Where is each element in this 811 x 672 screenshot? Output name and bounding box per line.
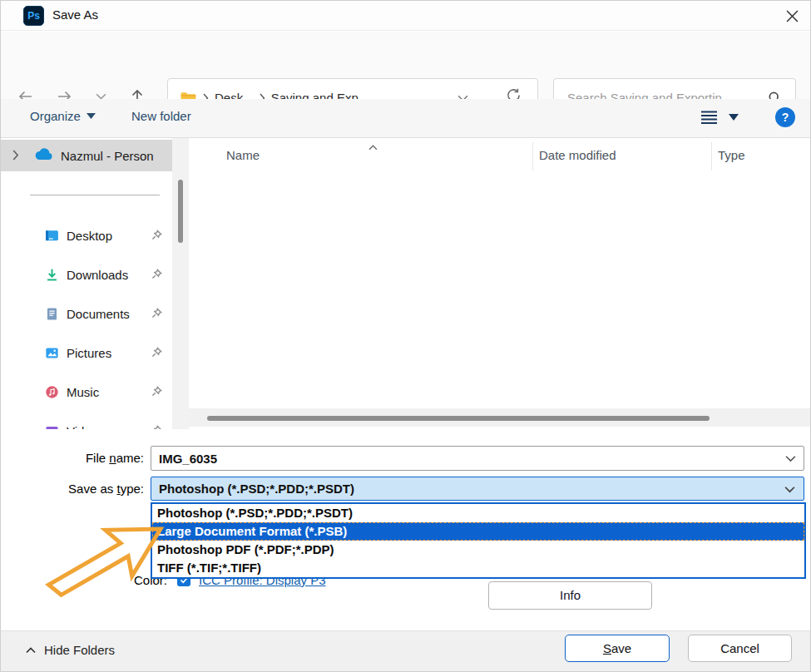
organize-button[interactable]: Organize xyxy=(30,109,96,123)
save-as-type-dropdown-list: Photoshop (*.PSD;*.PDD;*.PSDT) Large Doc… xyxy=(151,502,806,579)
sidebar-item-downloads[interactable]: Downloads xyxy=(1,261,172,288)
horizontal-scrollbar-thumb[interactable] xyxy=(207,416,710,421)
new-folder-button[interactable]: New folder xyxy=(131,109,191,123)
dropdown-option-photoshop-pdf[interactable]: Photoshop PDF (*.PDF;*.PDP) xyxy=(152,541,804,559)
new-folder-label: New folder xyxy=(131,109,191,123)
desktop-icon xyxy=(44,229,59,243)
close-icon xyxy=(786,10,799,22)
sidebar-item-label: Music xyxy=(67,385,151,399)
sidebar-item-videos[interactable]: Videos xyxy=(1,418,172,429)
navigation-bar: Desk... Saving and Exp... xyxy=(1,32,810,99)
help-button[interactable]: ? xyxy=(775,107,795,127)
sidebar-item-onedrive[interactable]: Nazmul - Person xyxy=(1,140,172,171)
pin-icon[interactable] xyxy=(151,268,162,282)
dropdown-option-tiff[interactable]: TIFF (*.TIF;*.TIFF) xyxy=(152,559,804,577)
pictures-icon xyxy=(44,346,59,360)
caret-down-icon xyxy=(87,113,96,119)
sidebar-item-label: Desktop xyxy=(67,229,151,243)
sidebar-item-label: Downloads xyxy=(67,268,151,282)
sidebar-item-pictures[interactable]: Pictures xyxy=(1,339,172,366)
title-bar: Ps Save As xyxy=(1,1,810,31)
save-as-dialog: Ps Save As Desk... xyxy=(0,0,811,672)
column-header-name[interactable]: Name xyxy=(226,148,260,162)
command-bar: Organize New folder ? xyxy=(1,99,810,138)
sidebar-item-documents[interactable]: Documents xyxy=(1,300,172,327)
sort-ascending-icon xyxy=(368,139,378,153)
file-name-input[interactable] xyxy=(151,446,804,471)
pin-icon[interactable] xyxy=(151,229,162,243)
hide-folders-label: Hide Folders xyxy=(44,643,115,657)
pin-icon[interactable] xyxy=(151,385,162,399)
main-area: Nazmul - Person Desktop Downloads xyxy=(1,138,810,429)
sidebar-item-music[interactable]: Music xyxy=(1,378,172,405)
pin-icon[interactable] xyxy=(151,307,162,321)
info-button[interactable]: Info xyxy=(488,581,652,610)
sidebar-item-label: Pictures xyxy=(67,346,151,360)
caret-down-icon xyxy=(729,114,739,121)
sidebar-item-label: Documents xyxy=(67,307,151,321)
column-separator[interactable] xyxy=(711,142,712,170)
sidebar-scrollbar[interactable] xyxy=(172,138,189,429)
sidebar-item-desktop[interactable]: Desktop xyxy=(1,222,172,249)
chevron-down-icon xyxy=(784,482,795,496)
downloads-icon xyxy=(44,268,59,282)
save-as-type-label: Save as type: xyxy=(51,482,144,496)
save-as-type-combobox[interactable]: Photoshop (*.PSD;*.PDD;*.PSDT) xyxy=(151,477,804,501)
chevron-up-icon xyxy=(26,647,36,654)
music-icon xyxy=(44,385,59,399)
save-as-type-value: Photoshop (*.PSD;*.PDD;*.PSDT) xyxy=(159,482,354,496)
chevron-down-icon[interactable] xyxy=(785,452,796,466)
save-form: File name: Save as type: Photoshop (*.PS… xyxy=(1,429,810,630)
footer-bar: Hide Folders Save Cancel xyxy=(1,630,810,672)
view-options-button[interactable] xyxy=(700,110,739,124)
photoshop-app-icon: Ps xyxy=(23,6,44,26)
sidebar-scrollbar-thumb[interactable] xyxy=(178,180,183,243)
file-name-label: File name: xyxy=(51,451,144,465)
sidebar-item-label: Nazmul - Person xyxy=(61,149,154,163)
cancel-button[interactable]: Cancel xyxy=(688,635,792,662)
dropdown-option-large-document-format[interactable]: Large Document Format (*.PSB) xyxy=(152,522,804,541)
pin-icon[interactable] xyxy=(151,346,162,360)
onedrive-cloud-icon xyxy=(34,148,54,163)
save-button[interactable]: Save xyxy=(565,635,670,662)
horizontal-scrollbar[interactable] xyxy=(189,408,810,427)
documents-icon xyxy=(44,307,59,321)
sidebar-divider xyxy=(30,195,160,195)
hide-folders-button[interactable]: Hide Folders xyxy=(26,643,115,657)
column-header-date-modified[interactable]: Date modified xyxy=(539,148,616,162)
column-separator[interactable] xyxy=(532,142,533,170)
file-name-field-wrap xyxy=(151,446,804,471)
organize-label: Organize xyxy=(30,109,81,123)
window-title: Save As xyxy=(52,7,98,22)
column-header-type[interactable]: Type xyxy=(718,148,745,162)
dropdown-option-photoshop[interactable]: Photoshop (*.PSD;*.PDD;*.PSDT) xyxy=(152,504,804,522)
close-button[interactable] xyxy=(781,7,803,25)
sidebar: Nazmul - Person Desktop Downloads xyxy=(1,138,172,429)
list-view-icon xyxy=(700,110,718,124)
expand-chevron-icon[interactable] xyxy=(12,149,19,163)
file-list: Name Date modified Type xyxy=(189,138,810,429)
